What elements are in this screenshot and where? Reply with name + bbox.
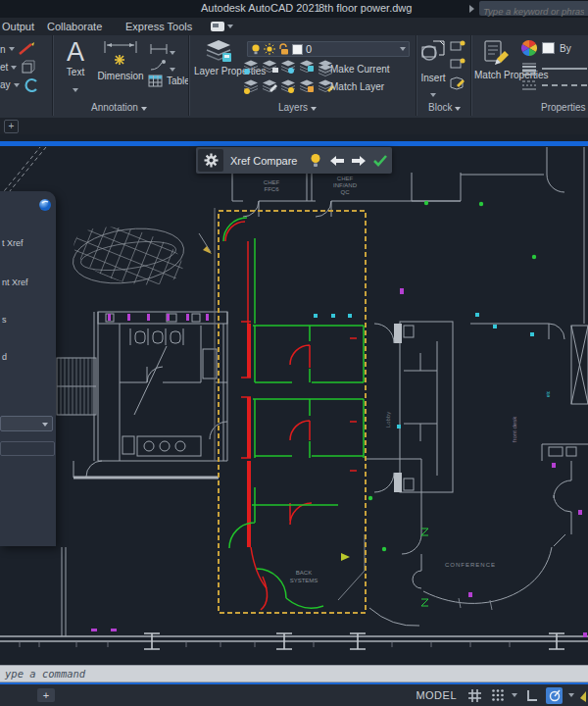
settings-option[interactable]: nt Xref — [2, 277, 28, 287]
search-box[interactable] — [479, 1, 588, 16]
previous-difference-button[interactable] — [326, 155, 348, 167]
command-line[interactable]: ype a command — [0, 665, 588, 682]
compare-info-icon[interactable] — [38, 198, 52, 212]
grid-display-button[interactable] — [466, 687, 483, 704]
ribbon: n et ay — [0, 35, 588, 120]
snap-dropdown-icon[interactable] — [512, 693, 517, 697]
dimension-button[interactable]: Dimension — [95, 39, 146, 81]
title-bar: Autodesk AutoCAD 2021 8th floor power.dw… — [0, 0, 588, 18]
clipped-button-1[interactable]: n — [0, 42, 35, 56]
clip-icon — [23, 77, 40, 92]
settings-option[interactable]: d — [2, 352, 7, 362]
search-input[interactable] — [479, 4, 588, 19]
annotation-panel-label[interactable]: Annotation — [91, 102, 147, 113]
clipped-button-2[interactable]: et — [0, 60, 37, 75]
properties-panel: Match Properties By — [470, 35, 588, 116]
properties-panel-label[interactable]: Properties — [541, 102, 588, 113]
xref-compare-title: Xref Compare — [230, 155, 297, 167]
room-label: BACK — [296, 570, 312, 576]
polar-tracking-button[interactable] — [546, 687, 563, 704]
settings-input[interactable] — [0, 441, 55, 456]
snap-mode-button[interactable] — [489, 687, 506, 704]
autocad-window: Autodesk AutoCAD 2021 8th floor power.dw… — [0, 0, 588, 706]
linear-dim-icon — [148, 43, 170, 55]
settings-dropdown[interactable] — [0, 416, 53, 431]
checkmark-icon — [372, 154, 388, 167]
room-label: FFC6 — [265, 186, 280, 192]
new-layout-button[interactable]: + — [37, 688, 55, 702]
isodraft-icon-clipped[interactable] — [580, 688, 586, 702]
block-tools-column[interactable] — [449, 40, 468, 93]
leader-button[interactable] — [148, 58, 175, 76]
app-title: Autodesk AutoCAD 2021 — [201, 2, 320, 14]
polar-tracking-icon — [548, 688, 562, 702]
layer-combo[interactable]: 0 — [247, 41, 410, 57]
document-title: 8th floor power.dwg — [318, 2, 412, 14]
ribbon-tab-bar: Output Collaborate Express Tools — [0, 18, 588, 35]
layer-properties-icon — [205, 39, 232, 63]
block-panel-label[interactable]: Block — [428, 102, 461, 113]
settings-option[interactable]: t Xref — [2, 238, 24, 248]
drawing-canvas[interactable]: CHEF FFC6 CHEF INF/AND QC BACK SYSTEMS C… — [0, 134, 588, 663]
command-prompt: ype a command — [5, 668, 85, 680]
make-current-button[interactable]: Make Current — [330, 64, 390, 75]
layer-thaw-sun-icon — [264, 43, 275, 55]
etc-label: etc — [545, 390, 551, 397]
lineweight-row[interactable] — [521, 62, 587, 76]
status-bar: + MODEL — [0, 684, 588, 706]
text-tool-icon: A — [59, 37, 92, 67]
match-properties-button[interactable]: Match Properties — [474, 39, 517, 80]
layers-panel-label[interactable]: Layers — [278, 102, 317, 113]
insert-icon — [419, 39, 447, 69]
table-button[interactable]: Table — [148, 75, 190, 87]
red-pencil-icon — [18, 42, 35, 56]
color-value: By — [560, 43, 571, 54]
insert-button[interactable]: Insert — [418, 39, 448, 101]
dimension-icon — [101, 39, 140, 67]
polar-dropdown-icon[interactable] — [568, 693, 574, 697]
file-tab-bar: + — [0, 118, 588, 134]
room-label: CHEF — [337, 176, 354, 181]
search-expand-icon[interactable] — [469, 5, 474, 13]
ortho-mode-button[interactable] — [523, 687, 540, 704]
workspace-icon — [211, 22, 224, 31]
model-space-button[interactable]: MODEL — [416, 689, 457, 701]
layer-unlock-icon — [278, 43, 289, 55]
color-wheel-icon — [521, 40, 537, 56]
workspace-dropdown-button[interactable] — [211, 21, 234, 32]
xref-highlight-button[interactable] — [305, 153, 326, 168]
layer-properties-button[interactable]: Layer Properties — [194, 39, 243, 76]
xref-settings-panel: t Xref nt Xref s d — [0, 191, 56, 546]
settings-option[interactable]: s — [2, 315, 7, 325]
layers-panel: Layer Properties 0 — [188, 35, 416, 116]
lobby-label: Lobby — [385, 412, 391, 428]
arrow-left-icon — [329, 155, 345, 167]
snap-icon — [491, 688, 505, 702]
linetype-icon — [521, 79, 537, 91]
xref-settings-button[interactable] — [198, 149, 223, 172]
text-button[interactable]: A Text — [59, 37, 92, 96]
status-bar-tools: MODEL — [416, 684, 588, 706]
layer-combo-chevron-icon — [400, 47, 406, 51]
front-desk-label: front desk — [512, 416, 517, 442]
lineweight-icon — [521, 62, 537, 76]
linear-dim-button[interactable] — [148, 41, 175, 59]
arrow-right-icon — [351, 155, 367, 167]
finish-compare-button[interactable] — [369, 154, 391, 167]
tab-collaborate[interactable]: Collaborate — [47, 21, 102, 32]
tab-output[interactable]: Output — [2, 21, 34, 32]
bulb-icon — [310, 153, 321, 168]
linetype-row[interactable] — [521, 79, 587, 91]
clipped-button-3[interactable]: ay — [0, 77, 40, 92]
viewport-divider — [0, 141, 588, 146]
new-tab-button[interactable]: + — [4, 120, 19, 133]
object-color-row[interactable]: By — [521, 40, 571, 56]
grid-icon — [467, 688, 482, 703]
tab-express-tools[interactable]: Express Tools — [125, 21, 192, 32]
layer-on-bulb-icon — [251, 43, 261, 55]
gear-icon — [204, 153, 219, 168]
next-difference-button[interactable] — [348, 155, 369, 167]
match-layer-button[interactable]: Match Layer — [330, 81, 384, 92]
current-layer-name: 0 — [306, 43, 312, 55]
room-label: SYSTEMS — [290, 578, 318, 583]
